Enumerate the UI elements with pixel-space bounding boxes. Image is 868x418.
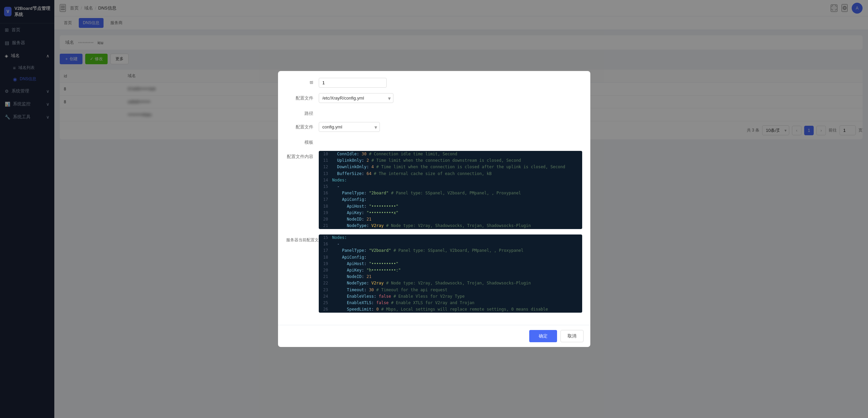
config-path-control: /etc/XrayR/config.yml — [319, 93, 455, 103]
config-filename-control: config.yml — [319, 122, 455, 132]
code-line: 18 ApiConfig: — [319, 254, 582, 261]
code-line: 19 ApiHost: "••••••••••" — [319, 261, 582, 267]
code-top-container: 10 ConnIdle: 30 # Connection idle time l… — [319, 151, 582, 229]
code-line: 25 EnableXTLS: false # Enable XTLS for V… — [319, 300, 582, 306]
server-config-label: 服务器当前配置文件内容 — [286, 234, 313, 243]
code-line: 16 - — [319, 241, 582, 247]
code-bottom-container: 15Nodes: 16 - 17 PanelType: "V2board" # … — [319, 234, 582, 313]
modal-footer: 确定 取消 — [278, 325, 590, 347]
code-line: 17 ApiConfig: — [319, 196, 582, 203]
modal-overlay[interactable]: ttl 配置文件 /etc/XrayR/config.yml — [0, 0, 868, 418]
form-row-config-path: 配置文件 /etc/XrayR/config.yml — [286, 93, 582, 103]
config-file-select[interactable]: config.yml — [319, 122, 380, 132]
config-path-select[interactable]: /etc/XrayR/config.yml — [319, 93, 393, 103]
form-row-server-config: 服务器当前配置文件内容 15Nodes: 16 - 17 PanelType: … — [286, 234, 582, 313]
form-row-config-content: 配置文件内容 10 ConnIdle: 30 # Connection idle… — [286, 151, 582, 229]
code-line: 17 PanelType: "V2board" # Panel type: SS… — [319, 247, 582, 254]
form-row-path: 路径 — [286, 108, 582, 117]
cancel-button[interactable]: 取消 — [560, 330, 584, 342]
ttl-control — [319, 78, 455, 88]
code-line: 16 PanelType: "2board" # Panel type: SSp… — [319, 190, 582, 196]
config-file-label: 配置文件 — [286, 93, 313, 101]
modal: ttl 配置文件 /etc/XrayR/config.yml — [278, 71, 590, 347]
code-line: 26 SpeedLimit: 0 # Mbps, Local settings … — [319, 306, 582, 313]
config-file-label2: 配置文件 — [286, 122, 313, 130]
code-line: 19 ApiKey: "••••••••••x" — [319, 210, 582, 216]
template-label: 模板 — [286, 137, 313, 145]
code-line: 20 ApiKey: "h••••••••••:" — [319, 267, 582, 274]
path-label: 路径 — [286, 108, 313, 117]
code-editor-bottom: 15Nodes: 16 - 17 PanelType: "V2board" # … — [319, 234, 582, 313]
code-line: 11 UplinkOnly: 2 # Time limit when the c… — [319, 157, 582, 164]
code-line: 13 BufferSize: 64 # The internal cache s… — [319, 171, 582, 177]
code-line: 21 NodeType: V2ray # Node type: V2ray, S… — [319, 223, 582, 229]
code-editor-top: 10 ConnIdle: 30 # Connection idle time l… — [319, 151, 582, 229]
code-line: 12 DownlinkOnly: 4 # Time limit when the… — [319, 164, 582, 170]
form-row-config-file: 配置文件 config.yml — [286, 122, 582, 132]
code-line: 24 EnableVless: false # Enable Vless for… — [319, 293, 582, 300]
code-line: 15 - — [319, 184, 582, 190]
code-line: 21 NodeID: 21 — [319, 274, 582, 280]
form-row-template: 模板 — [286, 137, 582, 145]
ttl-label: ttl — [286, 78, 313, 85]
form-row-ttl: ttl — [286, 78, 582, 88]
code-line: 15Nodes: — [319, 234, 582, 241]
ttl-input[interactable] — [319, 78, 387, 88]
confirm-button[interactable]: 确定 — [529, 330, 557, 342]
code-line: 18 ApiHost: "••••••••••" — [319, 203, 582, 210]
code-line: 10 ConnIdle: 30 # Connection idle time l… — [319, 151, 582, 157]
code-line: 23 Timeout: 30 # Timeout for the api req… — [319, 287, 582, 293]
code-line: 20 NodeID: 21 — [319, 216, 582, 223]
config-content-label: 配置文件内容 — [286, 151, 313, 160]
modal-body: ttl 配置文件 /etc/XrayR/config.yml — [278, 71, 590, 325]
code-line: 14Nodes: — [319, 177, 582, 184]
code-line: 22 NodeType: V2ray # Node type: V2ray, S… — [319, 280, 582, 286]
